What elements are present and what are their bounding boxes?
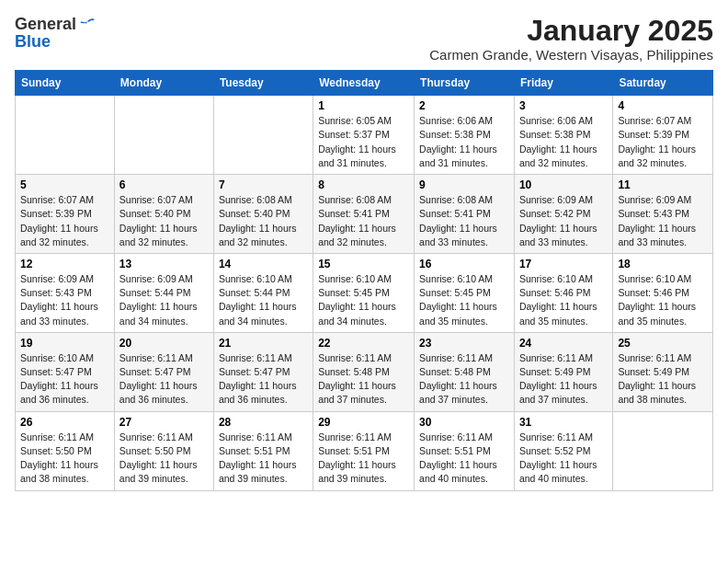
logo: General Blue [15, 15, 97, 52]
calendar-cell: 20Sunrise: 6:11 AM Sunset: 5:47 PM Dayli… [114, 332, 213, 411]
day-number: 21 [219, 337, 308, 350]
calendar-cell: 13Sunrise: 6:09 AM Sunset: 5:44 PM Dayli… [114, 253, 213, 332]
day-number: 29 [318, 416, 409, 429]
calendar-cell: 18Sunrise: 6:10 AM Sunset: 5:46 PM Dayli… [613, 253, 713, 332]
day-number: 22 [318, 337, 409, 350]
day-number: 18 [618, 258, 708, 270]
calendar-cell: 28Sunrise: 6:11 AM Sunset: 5:51 PM Dayli… [213, 411, 313, 490]
weekday-header-thursday: Thursday [415, 71, 515, 96]
calendar-cell: 12Sunrise: 6:09 AM Sunset: 5:43 PM Dayli… [16, 253, 115, 332]
calendar-cell: 23Sunrise: 6:11 AM Sunset: 5:48 PM Dayli… [415, 332, 515, 411]
calendar-cell: 2Sunrise: 6:06 AM Sunset: 5:38 PM Daylig… [415, 96, 515, 175]
calendar-cell: 17Sunrise: 6:10 AM Sunset: 5:46 PM Dayli… [514, 253, 612, 332]
day-number: 20 [119, 337, 209, 350]
calendar-week-row: 19Sunrise: 6:10 AM Sunset: 5:47 PM Dayli… [16, 332, 713, 411]
weekday-header-tuesday: Tuesday [213, 71, 313, 96]
day-info: Sunrise: 6:10 AM Sunset: 5:44 PM Dayligh… [219, 272, 308, 328]
day-info: Sunrise: 6:11 AM Sunset: 5:47 PM Dayligh… [219, 351, 308, 408]
calendar-cell: 22Sunrise: 6:11 AM Sunset: 5:48 PM Dayli… [313, 332, 415, 411]
day-number: 17 [519, 258, 608, 270]
calendar-week-row: 26Sunrise: 6:11 AM Sunset: 5:50 PM Dayli… [16, 411, 713, 490]
day-info: Sunrise: 6:08 AM Sunset: 5:41 PM Dayligh… [318, 193, 409, 249]
day-info: Sunrise: 6:11 AM Sunset: 5:51 PM Dayligh… [318, 431, 409, 487]
day-info: Sunrise: 6:07 AM Sunset: 5:40 PM Dayligh… [119, 193, 209, 249]
day-number: 16 [419, 258, 509, 270]
page-header: General Blue January 2025 Carmen Grande,… [15, 15, 713, 63]
day-info: Sunrise: 6:09 AM Sunset: 5:42 PM Dayligh… [519, 193, 608, 249]
calendar-cell: 26Sunrise: 6:11 AM Sunset: 5:50 PM Dayli… [16, 411, 115, 490]
weekday-header-saturday: Saturday [613, 71, 713, 96]
day-number: 23 [419, 337, 509, 350]
day-info: Sunrise: 6:10 AM Sunset: 5:46 PM Dayligh… [519, 272, 608, 328]
calendar-cell: 21Sunrise: 6:11 AM Sunset: 5:47 PM Dayli… [213, 332, 313, 411]
day-info: Sunrise: 6:11 AM Sunset: 5:49 PM Dayligh… [519, 351, 608, 408]
calendar-cell: 4Sunrise: 6:07 AM Sunset: 5:39 PM Daylig… [613, 96, 713, 175]
day-number: 2 [419, 99, 509, 112]
day-number: 27 [119, 416, 209, 429]
logo-blue-text: Blue [15, 32, 51, 52]
day-number: 30 [419, 416, 509, 429]
day-number: 1 [318, 99, 409, 112]
weekday-header-wednesday: Wednesday [313, 71, 415, 96]
day-info: Sunrise: 6:07 AM Sunset: 5:39 PM Dayligh… [618, 114, 708, 170]
day-number: 3 [519, 99, 608, 112]
calendar-cell: 19Sunrise: 6:10 AM Sunset: 5:47 PM Dayli… [16, 332, 115, 411]
calendar-table: SundayMondayTuesdayWednesdayThursdayFrid… [15, 70, 713, 490]
logo-general-text: General [15, 15, 76, 34]
day-number: 25 [618, 337, 708, 350]
day-number: 4 [618, 99, 708, 112]
calendar-cell: 3Sunrise: 6:06 AM Sunset: 5:38 PM Daylig… [514, 96, 612, 175]
day-info: Sunrise: 6:11 AM Sunset: 5:48 PM Dayligh… [318, 351, 409, 408]
calendar-cell: 25Sunrise: 6:11 AM Sunset: 5:49 PM Dayli… [613, 332, 713, 411]
calendar-week-row: 5Sunrise: 6:07 AM Sunset: 5:39 PM Daylig… [16, 175, 713, 254]
day-info: Sunrise: 6:10 AM Sunset: 5:45 PM Dayligh… [318, 272, 409, 328]
day-number: 8 [318, 178, 409, 191]
calendar-cell: 6Sunrise: 6:07 AM Sunset: 5:40 PM Daylig… [114, 175, 213, 254]
day-info: Sunrise: 6:11 AM Sunset: 5:48 PM Dayligh… [419, 351, 509, 408]
calendar-cell: 29Sunrise: 6:11 AM Sunset: 5:51 PM Dayli… [313, 411, 415, 490]
day-number: 6 [119, 178, 209, 191]
day-info: Sunrise: 6:10 AM Sunset: 5:45 PM Dayligh… [419, 272, 509, 328]
calendar-header-row: SundayMondayTuesdayWednesdayThursdayFrid… [16, 71, 713, 96]
calendar-cell: 15Sunrise: 6:10 AM Sunset: 5:45 PM Dayli… [313, 253, 415, 332]
calendar-cell: 11Sunrise: 6:09 AM Sunset: 5:43 PM Dayli… [613, 175, 713, 254]
day-number: 19 [20, 337, 109, 350]
day-number: 9 [419, 178, 509, 191]
day-info: Sunrise: 6:11 AM Sunset: 5:47 PM Dayligh… [119, 351, 209, 408]
day-number: 24 [519, 337, 608, 350]
weekday-header-friday: Friday [514, 71, 612, 96]
day-number: 13 [119, 258, 209, 270]
weekday-header-monday: Monday [114, 71, 213, 96]
calendar-cell: 7Sunrise: 6:08 AM Sunset: 5:40 PM Daylig… [213, 175, 313, 254]
day-info: Sunrise: 6:11 AM Sunset: 5:50 PM Dayligh… [119, 431, 209, 487]
day-info: Sunrise: 6:10 AM Sunset: 5:47 PM Dayligh… [20, 351, 109, 408]
day-number: 5 [20, 178, 109, 191]
day-number: 31 [519, 416, 608, 429]
calendar-cell [16, 96, 115, 175]
title-block: January 2025 Carmen Grande, Western Visa… [429, 15, 713, 63]
day-number: 7 [219, 178, 308, 191]
day-info: Sunrise: 6:11 AM Sunset: 5:50 PM Dayligh… [20, 431, 109, 487]
day-info: Sunrise: 6:09 AM Sunset: 5:44 PM Dayligh… [119, 272, 209, 328]
day-info: Sunrise: 6:11 AM Sunset: 5:49 PM Dayligh… [618, 351, 708, 408]
weekday-header-sunday: Sunday [16, 71, 115, 96]
calendar-cell: 14Sunrise: 6:10 AM Sunset: 5:44 PM Dayli… [213, 253, 313, 332]
calendar-cell: 5Sunrise: 6:07 AM Sunset: 5:39 PM Daylig… [16, 175, 115, 254]
calendar-week-row: 12Sunrise: 6:09 AM Sunset: 5:43 PM Dayli… [16, 253, 713, 332]
day-info: Sunrise: 6:05 AM Sunset: 5:37 PM Dayligh… [318, 114, 409, 170]
calendar-cell: 27Sunrise: 6:11 AM Sunset: 5:50 PM Dayli… [114, 411, 213, 490]
day-number: 14 [219, 258, 308, 270]
day-info: Sunrise: 6:06 AM Sunset: 5:38 PM Dayligh… [519, 114, 608, 170]
calendar-cell: 16Sunrise: 6:10 AM Sunset: 5:45 PM Dayli… [415, 253, 515, 332]
calendar-cell: 8Sunrise: 6:08 AM Sunset: 5:41 PM Daylig… [313, 175, 415, 254]
day-info: Sunrise: 6:08 AM Sunset: 5:41 PM Dayligh… [419, 193, 509, 249]
day-info: Sunrise: 6:10 AM Sunset: 5:46 PM Dayligh… [618, 272, 708, 328]
day-info: Sunrise: 6:11 AM Sunset: 5:51 PM Dayligh… [419, 431, 509, 487]
calendar-week-row: 1Sunrise: 6:05 AM Sunset: 5:37 PM Daylig… [16, 96, 713, 175]
day-info: Sunrise: 6:06 AM Sunset: 5:38 PM Dayligh… [419, 114, 509, 170]
day-info: Sunrise: 6:11 AM Sunset: 5:51 PM Dayligh… [219, 431, 308, 487]
calendar-cell: 10Sunrise: 6:09 AM Sunset: 5:42 PM Dayli… [514, 175, 612, 254]
location-title: Carmen Grande, Western Visayas, Philippi… [429, 47, 713, 63]
day-info: Sunrise: 6:09 AM Sunset: 5:43 PM Dayligh… [20, 272, 109, 328]
day-info: Sunrise: 6:08 AM Sunset: 5:40 PM Dayligh… [219, 193, 308, 249]
